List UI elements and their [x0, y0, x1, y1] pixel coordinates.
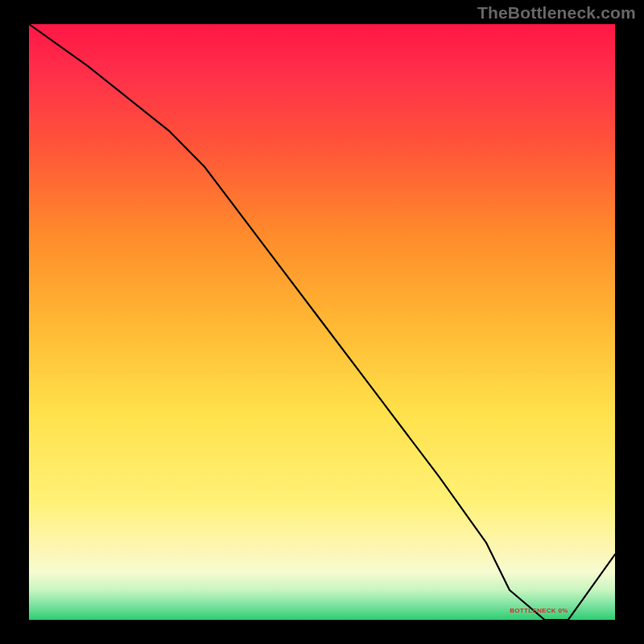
plot-area: BOTTLENECK 0%: [29, 24, 615, 620]
bottleneck-label: BOTTLENECK 0%: [510, 607, 568, 614]
chart-svg: BOTTLENECK 0%: [29, 24, 615, 620]
watermark-text: TheBottleneck.com: [477, 3, 636, 23]
chart-frame: TheBottleneck.com BOTTLENECK 0%: [0, 0, 644, 644]
